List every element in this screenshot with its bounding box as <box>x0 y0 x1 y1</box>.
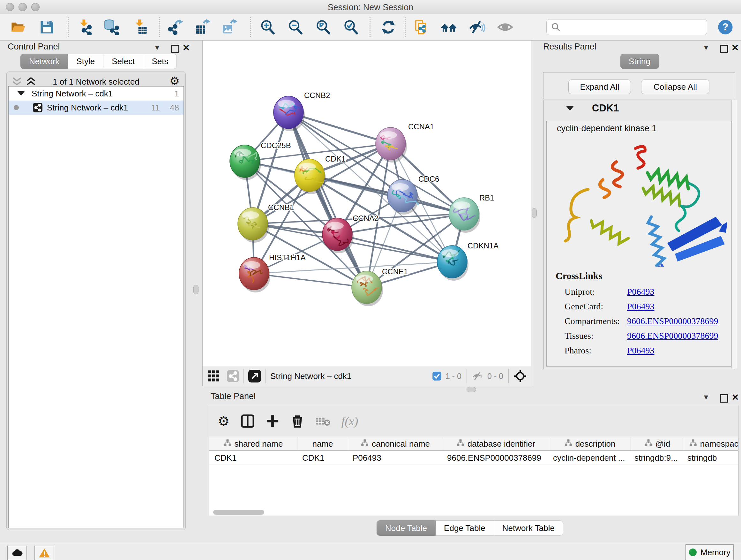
table-panel-close-icon[interactable]: ✕ <box>731 392 739 402</box>
memory-button[interactable]: Memory <box>685 544 734 560</box>
results-panel-close-icon[interactable]: ✕ <box>731 43 739 53</box>
table-cell[interactable]: CDK1 <box>209 451 297 464</box>
import-network-from-file-button[interactable] <box>76 18 93 36</box>
help-button[interactable]: ? <box>717 18 734 36</box>
hidden-eye-icon[interactable] <box>472 371 483 381</box>
open-session-button[interactable] <box>10 18 27 36</box>
add-column-icon[interactable] <box>266 414 280 428</box>
results-panel-collapse-icon[interactable]: ▾ <box>704 43 708 52</box>
tab-edge-table[interactable]: Edge Table <box>435 520 494 536</box>
save-session-button[interactable] <box>38 18 56 36</box>
export-image-button[interactable] <box>221 18 238 36</box>
table-cell[interactable]: cyclin-dependent ... <box>548 451 629 464</box>
selected-checkbox-icon[interactable] <box>432 371 442 381</box>
table-panel-float-icon[interactable] <box>720 394 728 402</box>
bottom-splitter-handle[interactable] <box>467 387 476 392</box>
network-panel-gear-icon[interactable]: ⚙ <box>170 74 180 88</box>
table-panel-collapse-icon[interactable]: ▾ <box>704 392 708 402</box>
warnings-button[interactable] <box>35 546 54 560</box>
import-table-from-file-button[interactable] <box>131 18 149 36</box>
control-panel-collapse-icon[interactable]: ▾ <box>155 43 159 52</box>
tab-network[interactable]: Network <box>20 54 68 69</box>
help-icon: ? <box>717 19 734 36</box>
cloud-status-button[interactable] <box>7 546 27 560</box>
network-row[interactable]: String Network – cdk1 11 48 <box>9 101 184 115</box>
table-cell[interactable]: P06493 <box>347 451 442 464</box>
fit-selection-crosshair-icon[interactable] <box>514 370 527 382</box>
refresh-button[interactable] <box>380 18 397 36</box>
show-columns-icon[interactable] <box>241 414 255 428</box>
export-table-button[interactable] <box>194 18 211 36</box>
column-header-namespace[interactable]: namespace <box>684 437 738 450</box>
column-header-database-identifier[interactable]: database identifier <box>443 437 549 450</box>
shared-column-icon <box>564 439 572 449</box>
column-header-name[interactable]: name <box>297 437 348 450</box>
search-input[interactable] <box>564 22 704 32</box>
zoom-fit-content-button[interactable] <box>315 18 332 36</box>
crosslink-link[interactable]: 9606.ENSP00000378699 <box>627 316 718 326</box>
column-header-@id[interactable]: @id <box>631 437 684 450</box>
status-bar: Memory <box>0 543 741 560</box>
network-collection-row[interactable]: String Network – cdk1 1 <box>9 86 184 101</box>
tab-sets[interactable]: Sets <box>143 54 177 69</box>
column-header-shared-name[interactable]: shared name <box>209 437 297 450</box>
hide-selected-button[interactable] <box>468 18 486 36</box>
network-view-icon[interactable] <box>227 370 239 382</box>
column-header-canonical-name[interactable]: canonical name <box>348 437 443 450</box>
collapse-all-button[interactable]: Collapse All <box>641 79 710 94</box>
network-canvas[interactable]: CCNB2CCNA1CDC25BCDK1CDC6RB1CCNB1CCNA2CDK… <box>202 40 531 367</box>
tab-style[interactable]: Style <box>68 54 104 69</box>
crosslink-link[interactable]: P06493 <box>627 287 655 297</box>
column-header-description[interactable]: description <box>549 437 631 450</box>
grid-view-icon[interactable] <box>208 370 220 382</box>
table-row[interactable]: CDK1CDK1P064939606.ENSP00000378699cyclin… <box>209 451 738 465</box>
right-splitter-handle[interactable] <box>532 208 537 218</box>
network-node-RB1[interactable]: RB1 <box>449 193 494 233</box>
horizontal-scrollbar[interactable] <box>213 510 264 515</box>
network-node-CCNB2[interactable]: CCNB2 <box>273 91 330 131</box>
tab-select[interactable]: Select <box>104 54 143 69</box>
tab-node-table[interactable]: Node Table <box>377 520 435 536</box>
crosslink-link[interactable]: P06493 <box>627 301 655 312</box>
network-node-CCNE1[interactable]: CCNE1 <box>352 267 408 306</box>
crosslink-link[interactable]: 9606.ENSP00000378699 <box>627 331 718 341</box>
string-network-graph[interactable]: CCNB2CCNA1CDC25BCDK1CDC6RB1CCNB1CCNA2CDK… <box>203 41 531 366</box>
delete-table-icon[interactable] <box>315 415 331 427</box>
table-cell[interactable]: stringdb:9... <box>629 451 682 464</box>
table-cell[interactable]: stringdb <box>682 451 738 464</box>
tab-network-table[interactable]: Network Table <box>494 520 563 536</box>
entry-collapse-arrow-icon[interactable] <box>566 106 574 111</box>
network-node-CDKN1A[interactable]: CDKN1A <box>437 241 498 281</box>
results-entry-body: cyclin-dependent kinase 1 CrossLinks Uni… <box>546 121 731 367</box>
node-label: CDK1 <box>325 154 346 163</box>
left-splitter-handle[interactable] <box>193 285 199 294</box>
duplicate-network-button[interactable] <box>413 18 430 36</box>
column-header-label: description <box>576 439 616 449</box>
network-node-count: 11 <box>151 103 160 113</box>
table-gear-icon[interactable]: ⚙ <box>218 414 230 429</box>
export-network-button[interactable] <box>167 18 185 36</box>
results-scrollbar[interactable] <box>731 100 737 368</box>
control-panel-float-icon[interactable] <box>171 45 179 53</box>
function-builder-icon[interactable]: f(x) <box>341 414 358 428</box>
zoom-out-button[interactable] <box>287 18 304 36</box>
show-all-button[interactable] <box>496 18 514 36</box>
network-view-title: String Network – cdk1 <box>270 371 351 381</box>
tab-string[interactable]: String <box>620 54 659 69</box>
delete-column-icon[interactable] <box>290 414 305 428</box>
main-toolbar: ? <box>0 14 741 41</box>
table-cell[interactable]: CDK1 <box>297 451 347 464</box>
control-panel-close-icon[interactable]: ✕ <box>183 43 190 53</box>
crosslink-row: Tissues:9606.ENSP00000378699 <box>564 328 724 343</box>
table-cell[interactable]: 9606.ENSP00000378699 <box>442 451 548 464</box>
tree-expand-arrow-icon[interactable] <box>17 91 24 96</box>
results-panel-float-icon[interactable] <box>720 45 728 53</box>
zoom-in-button[interactable] <box>259 18 276 36</box>
crosslink-link[interactable]: P06493 <box>627 346 655 356</box>
zoom-selected-button[interactable] <box>342 18 360 36</box>
first-neighbors-button[interactable] <box>441 18 458 36</box>
expand-all-button[interactable]: Expand All <box>568 79 631 94</box>
birds-eye-view-icon[interactable] <box>248 370 261 382</box>
network-selection-status: 1 of 1 Network selected <box>7 77 185 87</box>
import-network-from-database-button[interactable] <box>103 18 120 36</box>
